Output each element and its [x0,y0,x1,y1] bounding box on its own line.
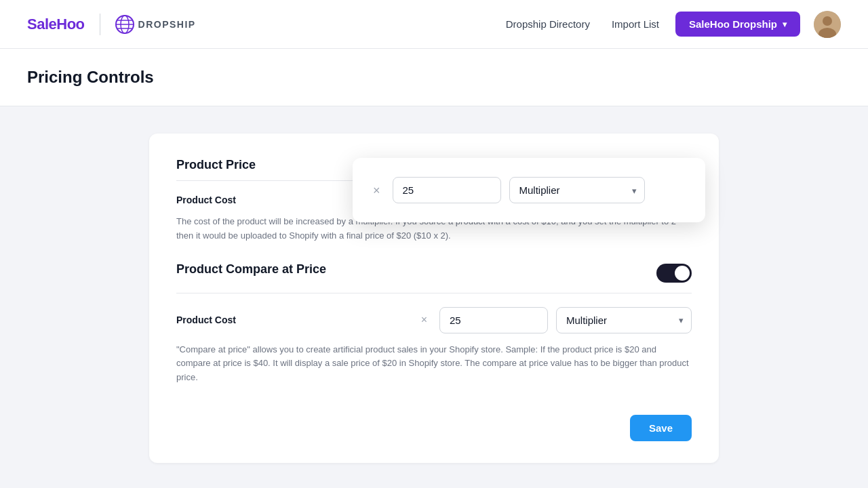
product-cost-label-1: Product Cost [176,195,271,205]
compare-select-wrap: Multiplier Fixed Amount Percentage ▾ [556,307,692,333]
product-compare-section: Product Compare at Price Product Cost × … [176,262,692,385]
compare-toggle[interactable] [656,264,692,283]
popup-multiplier-select[interactable]: Multiplier Fixed Amount Percentage [509,177,645,203]
main-content: × Multiplier Fixed Amount Percentage ▾ P… [0,106,868,488]
compare-price-description: "Compare at price" allows you to create … [176,343,692,385]
compare-price-input[interactable] [439,307,548,333]
header: SaleHoo DROPSHIP Dropship Directory Impo… [0,0,868,49]
popup-select-wrap: Multiplier Fixed Amount Percentage ▾ [509,177,645,203]
logo-area: SaleHoo DROPSHIP [27,14,196,35]
page-title: Pricing Controls [27,68,841,87]
main-nav: Dropship Directory Import List [506,18,659,30]
avatar-image [814,11,841,38]
save-row: Save [176,404,692,441]
product-cost-row-2: Product Cost × Multiplier Fixed Amount P… [176,307,692,333]
popup-close-icon: × [373,184,380,197]
popup-close-button[interactable]: × [369,183,384,198]
user-avatar[interactable] [814,11,841,38]
dropship-badge: DROPSHIP [115,15,196,34]
compare-price-title: Product Compare at Price [176,262,326,277]
compare-price-divider [176,293,692,293]
svg-point-6 [823,16,832,26]
save-button[interactable]: Save [630,415,692,441]
compare-clear-icon: × [421,314,427,325]
nav-import-list[interactable]: Import List [612,18,659,30]
cta-chevron-icon: ▾ [783,20,787,29]
cta-label: SaleHoo Dropship [689,18,777,30]
salehoo-logo: SaleHoo [27,16,85,33]
pricing-controls-card: × Multiplier Fixed Amount Percentage ▾ P… [149,134,719,463]
popup-price-input[interactable] [393,177,501,203]
product-cost-label-2: Product Cost [176,314,271,325]
compare-clear-button[interactable]: × [417,312,431,328]
dropship-globe-icon [115,15,134,34]
logo-divider [100,14,100,35]
toggle-slider [656,264,692,283]
page-title-area: Pricing Controls [0,49,868,106]
dropship-label: DROPSHIP [138,19,196,30]
compare-multiplier-select[interactable]: Multiplier Fixed Amount Percentage [556,307,692,333]
popup-overlay: × Multiplier Fixed Amount Percentage ▾ [353,158,705,222]
compare-header-row: Product Compare at Price [176,262,692,285]
nav-dropship-directory[interactable]: Dropship Directory [506,18,590,30]
salehoo-dropship-button[interactable]: SaleHoo Dropship ▾ [675,12,800,37]
